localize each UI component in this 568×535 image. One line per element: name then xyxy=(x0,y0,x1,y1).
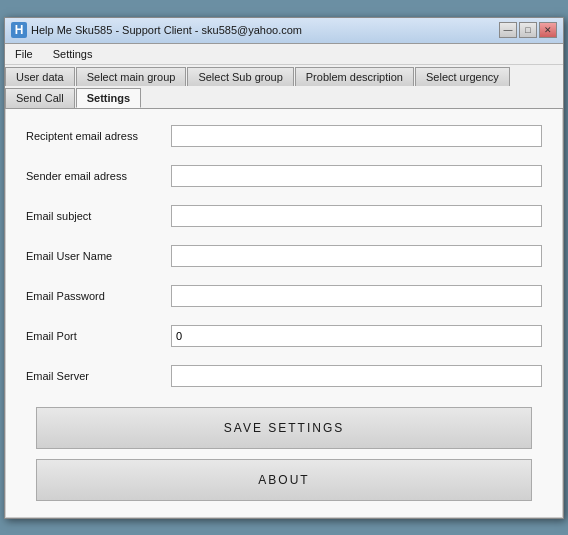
recipient-email-label: Reciptent email adress xyxy=(26,130,171,142)
save-settings-button[interactable]: SAVE SETTINGS xyxy=(36,407,532,449)
email-password-input[interactable] xyxy=(171,285,542,307)
email-subject-row: Email subject xyxy=(26,205,542,227)
menu-settings[interactable]: Settings xyxy=(47,46,99,62)
tab-bar: User data Select main group Select Sub g… xyxy=(5,65,563,109)
settings-content: Reciptent email adress Sender email adre… xyxy=(5,109,563,518)
close-button[interactable]: ✕ xyxy=(539,22,557,38)
email-password-row: Email Password xyxy=(26,285,542,307)
sender-email-row: Sender email adress xyxy=(26,165,542,187)
tab-sub-group[interactable]: Select Sub group xyxy=(187,67,293,86)
email-port-label: Email Port xyxy=(26,330,171,342)
email-username-label: Email User Name xyxy=(26,250,171,262)
about-button[interactable]: ABOUT xyxy=(36,459,532,501)
app-icon: H xyxy=(11,22,27,38)
recipient-email-row: Reciptent email adress xyxy=(26,125,542,147)
recipient-email-input[interactable] xyxy=(171,125,542,147)
menu-bar: File Settings xyxy=(5,44,563,65)
email-subject-input[interactable] xyxy=(171,205,542,227)
email-password-label: Email Password xyxy=(26,290,171,302)
title-bar: H Help Me Sku585 - Support Client - sku5… xyxy=(5,18,563,44)
minimize-button[interactable]: — xyxy=(499,22,517,38)
tab-settings[interactable]: Settings xyxy=(76,88,141,108)
email-username-input[interactable] xyxy=(171,245,542,267)
email-username-row: Email User Name xyxy=(26,245,542,267)
sender-email-label: Sender email adress xyxy=(26,170,171,182)
buttons-section: SAVE SETTINGS ABOUT xyxy=(26,407,542,501)
email-server-input[interactable] xyxy=(171,365,542,387)
sender-email-input[interactable] xyxy=(171,165,542,187)
maximize-button[interactable]: □ xyxy=(519,22,537,38)
menu-file[interactable]: File xyxy=(9,46,39,62)
email-server-label: Email Server xyxy=(26,370,171,382)
email-port-input[interactable] xyxy=(171,325,542,347)
email-subject-label: Email subject xyxy=(26,210,171,222)
title-bar-left: H Help Me Sku585 - Support Client - sku5… xyxy=(11,22,302,38)
window-title: Help Me Sku585 - Support Client - sku585… xyxy=(31,24,302,36)
tab-user-data[interactable]: User data xyxy=(5,67,75,86)
tab-send-call[interactable]: Send Call xyxy=(5,88,75,108)
window-controls: — □ ✕ xyxy=(499,22,557,38)
tab-problem-desc[interactable]: Problem description xyxy=(295,67,414,86)
email-port-row: Email Port xyxy=(26,325,542,347)
tab-urgency[interactable]: Select urgency xyxy=(415,67,510,86)
main-window: H Help Me Sku585 - Support Client - sku5… xyxy=(4,17,564,519)
tab-main-group[interactable]: Select main group xyxy=(76,67,187,86)
email-server-row: Email Server xyxy=(26,365,542,387)
